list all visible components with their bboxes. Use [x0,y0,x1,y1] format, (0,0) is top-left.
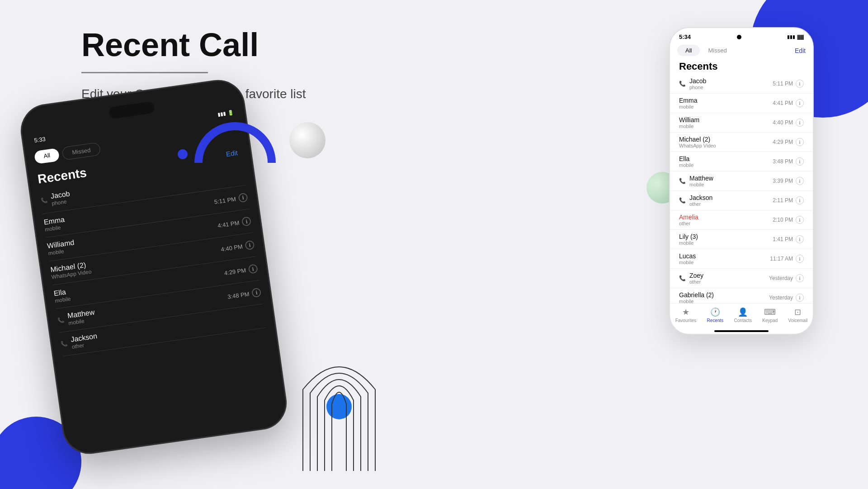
nav-favourites[interactable]: ★ Favourites [675,307,697,323]
light-phone-time: 5:34 [679,33,691,40]
light-contact-zoey[interactable]: 📞 Zoey other Yesterday ℹ [670,269,813,288]
light-contact-lucas[interactable]: Lucas mobile 11:17 AM ℹ [670,249,813,269]
light-contact-matthew[interactable]: 📞 Matthew mobile 3:39 PM ℹ [670,171,813,191]
nav-keypad[interactable]: ⌨ Keypad [762,307,778,323]
light-name-michael: Michael (2) [679,136,716,143]
info-icon-william[interactable]: ℹ [241,216,252,227]
light-name-lucas: Lucas [679,252,696,260]
info-icon-michael[interactable]: ℹ [245,240,255,251]
light-type-jackson: other [689,201,712,207]
info-icon-matthew[interactable]: ℹ [251,288,262,298]
page-title: Recent Call [81,27,306,63]
recents-icon: 🕐 [710,307,720,317]
info-icon-jacob-light[interactable]: ℹ [796,80,804,88]
light-time-matthew: 3:39 PM [773,178,793,184]
info-icon-ella[interactable]: ℹ [248,264,258,274]
light-phone-mockup: 5:34 ▮▮▮ ▓▓ All Missed Edit Recents 📞 Ja… [669,27,814,335]
light-tab-missed[interactable]: Missed [700,45,735,56]
battery-icon: 🔋 [227,109,234,116]
dark-time-ella: 4:29 PM [224,266,246,276]
light-bottom-nav: ★ Favourites 🕐 Recents 👤 Contacts ⌨ Keyp… [670,303,813,330]
light-contact-william[interactable]: William mobile 4:40 PM ℹ [670,113,813,133]
dark-tab-missed[interactable]: Missed [62,142,101,160]
light-type-emma: mobile [679,104,697,109]
light-type-matthew: mobile [689,182,713,187]
light-status-bar: 5:34 ▮▮▮ ▓▓ [670,28,813,43]
light-edit-button[interactable]: Edit [795,47,806,54]
light-time-lucas: 11:17 AM [770,256,793,262]
light-type-ella: mobile [679,162,693,168]
dark-time-michael: 4:40 PM [221,243,243,253]
light-time-gabriella: Yesterday [769,294,793,301]
light-contact-emma[interactable]: Emma mobile 4:41 PM ℹ [670,94,813,113]
light-name-william: William [679,116,699,123]
phone-icon-matthew-light: 📞 [679,178,686,184]
info-icon-matthew-light[interactable]: ℹ [796,177,804,185]
dark-tab-all[interactable]: All [34,148,60,164]
nav-voicemail[interactable]: ⊡ Voicemail [788,307,808,323]
dark-time-matthew: 3:48 PM [227,290,250,300]
signal-icon: ▮▮▮ [217,111,226,118]
phone-dark-notch [108,101,155,119]
light-contact-michael[interactable]: Michael (2) WhatsApp Video 4:29 PM ℹ [670,133,813,152]
light-type-lucas: mobile [679,260,696,265]
info-icon-jackson-light[interactable]: ℹ [796,196,804,204]
arch-decoration [294,317,384,471]
phone-icon-matthew: 📞 [57,317,65,324]
camera-dot [737,35,741,39]
info-icon-michael-light[interactable]: ℹ [796,138,804,146]
dark-phone-time: 5:33 [33,136,46,144]
light-time-emma: 4:41 PM [773,100,793,106]
dark-time-william: 4:41 PM [217,219,240,229]
favourites-icon: ★ [682,307,689,317]
light-name-gabriella: Gabriella (2) [679,291,714,299]
light-type-lily: mobile [679,240,698,246]
light-name-ella: Ella [679,155,693,162]
info-icon-amelia-light[interactable]: ℹ [796,216,804,224]
light-contact-lily[interactable]: Lily (3) mobile 1:41 PM ℹ [670,230,813,249]
info-icon-gabriella-light[interactable]: ℹ [796,294,804,302]
light-signal-icon: ▮▮▮ [787,34,795,39]
info-icon-lucas-light[interactable]: ℹ [796,255,804,263]
light-name-amelia: Amelia [679,214,698,221]
light-name-lily: Lily (3) [679,233,698,240]
info-icon-ella-light[interactable]: ℹ [796,157,804,166]
light-name-zoey: Zoey [689,272,703,279]
light-type-zoey: other [689,279,703,285]
light-contact-ella[interactable]: Ella mobile 3:48 PM ℹ [670,152,813,171]
light-contact-gabriella[interactable]: Gabriella (2) mobile Yesterday ℹ [670,288,813,303]
light-type-william: mobile [679,123,699,129]
nav-contacts[interactable]: 👤 Contacts [734,307,752,323]
light-contact-amelia[interactable]: Amelia other 2:10 PM ℹ [670,210,813,230]
light-contacts-list: 📞 Jacob phone 5:11 PM ℹ Emma mobile [670,74,813,303]
light-contact-jackson[interactable]: 📞 Jackson other 2:11 PM ℹ [670,191,813,210]
light-time-zoey: Yesterday [769,275,793,281]
contacts-label: Contacts [734,318,752,323]
light-time-william: 4:40 PM [773,119,793,126]
light-time-lily: 1:41 PM [773,236,793,242]
light-tab-all[interactable]: All [677,45,700,56]
info-icon-william-light[interactable]: ℹ [796,119,804,127]
light-type-amelia: other [679,221,698,226]
home-indicator [714,330,769,332]
light-time-amelia: 2:10 PM [773,217,793,223]
nav-recents[interactable]: 🕐 Recents [707,307,724,323]
info-icon-zoey-light[interactable]: ℹ [796,274,804,282]
light-name-jackson: Jackson [689,194,712,201]
recents-label: Recents [707,318,724,323]
light-tabs-row: All Missed Edit [670,43,813,58]
light-name-emma: Emma [679,97,697,104]
phone-icon-jacob: 📞 [40,197,48,204]
light-battery-icon: ▓▓ [797,34,804,39]
info-icon-lily-light[interactable]: ℹ [796,235,804,243]
info-icon-emma-light[interactable]: ℹ [796,99,804,107]
phone-icon-jackson: 📞 [61,340,68,347]
dark-time-emma: 5:11 PM [214,195,236,205]
light-type-michael: WhatsApp Video [679,143,716,148]
favourites-label: Favourites [675,318,697,323]
light-contact-jacob[interactable]: 📞 Jacob phone 5:11 PM ℹ [670,74,813,94]
info-icon-emma[interactable]: ℹ [238,193,248,203]
dark-status-icons: ▮▮▮ 🔋 [217,109,234,118]
phone-icon-zoey-light: 📞 [679,275,686,281]
light-time-jackson: 2:11 PM [773,197,793,204]
